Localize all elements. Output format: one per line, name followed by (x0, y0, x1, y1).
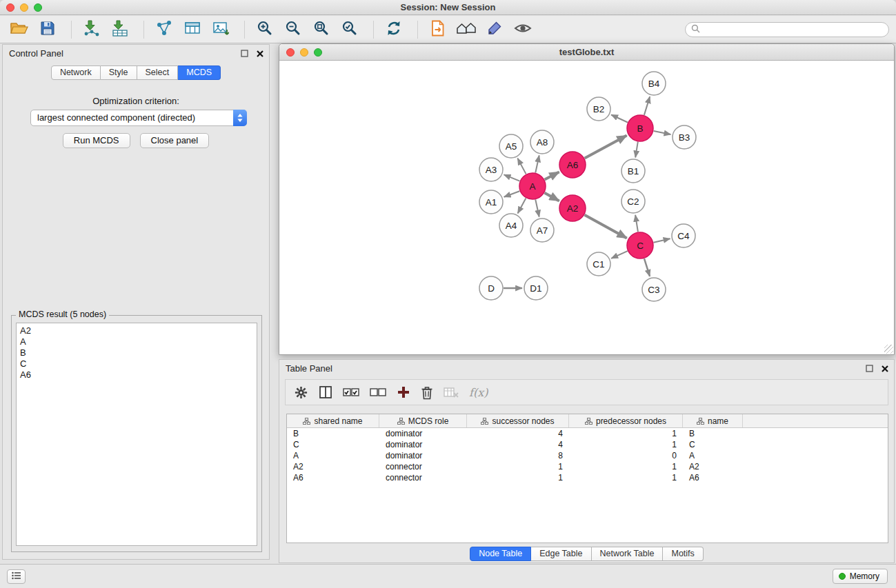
column-header-shared-name[interactable]: shared name (287, 414, 379, 427)
graph-node-A6[interactable]: A6 (559, 152, 586, 178)
zoom-fit-button[interactable] (309, 19, 334, 40)
mcds-result-item[interactable]: C (17, 358, 257, 369)
graph-edge-B-B2[interactable] (611, 115, 628, 123)
graph-edge-A-A8[interactable] (535, 156, 539, 173)
tab-network[interactable]: Network (51, 65, 101, 80)
table-row[interactable]: A2connector11A2 (287, 461, 888, 472)
graph-node-B2[interactable]: B2 (587, 97, 610, 121)
close-window-button[interactable] (6, 3, 14, 12)
network-zoom-button[interactable] (314, 48, 322, 57)
select-all-rows-button[interactable] (343, 387, 359, 398)
network-canvas[interactable]: B4B2BB3A5A8A6B1A3AC2A1A2A4A7C4CC1C3DD1 (279, 61, 894, 354)
graph-node-A2[interactable]: A2 (559, 195, 586, 221)
zoom-in-button[interactable] (252, 19, 277, 40)
export-image-button[interactable] (208, 19, 233, 40)
column-header-name[interactable]: name (683, 414, 743, 427)
graph-node-B4[interactable]: B4 (642, 72, 666, 95)
tab-motifs[interactable]: Motifs (663, 547, 703, 561)
graph-edge-A-A4[interactable] (518, 199, 526, 214)
zoom-selected-button[interactable] (337, 19, 362, 40)
tab-edge-table[interactable]: Edge Table (531, 547, 591, 561)
graph-node-A7[interactable]: A7 (530, 219, 554, 242)
graph-node-C4[interactable]: C4 (672, 224, 695, 247)
graph-edge-A-A1[interactable] (504, 191, 520, 197)
import-table-file-button[interactable] (108, 19, 132, 40)
graph-edge-B-B4[interactable] (644, 97, 650, 115)
run-mcds-button[interactable]: Run MCDS (63, 133, 130, 148)
mcds-result-item[interactable]: A2 (17, 325, 257, 336)
graph-edge-C-C2[interactable] (635, 215, 638, 232)
table-row[interactable]: Cdominator41C (287, 439, 888, 450)
new-table-button[interactable] (180, 19, 205, 40)
close-panel-icon[interactable] (257, 50, 263, 57)
mcds-result-list[interactable]: A2ABCA6 (16, 323, 257, 546)
graph-node-A8[interactable]: A8 (530, 130, 554, 154)
mcds-result-item[interactable]: A (17, 336, 257, 347)
tab-mcds[interactable]: MCDS (178, 65, 221, 80)
resize-grip[interactable] (884, 345, 893, 354)
graph-edge-C-C1[interactable] (611, 251, 628, 258)
import-network-file-button[interactable] (79, 19, 104, 40)
graph-edge-A-A5[interactable] (517, 159, 526, 174)
network-window-titlebar[interactable]: testGlobe.txt (279, 44, 894, 61)
column-visibility-button[interactable] (319, 385, 332, 399)
graph-node-A3[interactable]: A3 (479, 158, 503, 181)
show-hide-graphics-button[interactable] (510, 19, 535, 40)
minimize-window-button[interactable] (20, 3, 28, 12)
graph-edge-A6-B[interactable] (585, 136, 627, 159)
graph-node-D1[interactable]: D1 (524, 276, 548, 300)
graph-node-B[interactable]: B (627, 115, 653, 141)
graph-edge-C-C3[interactable] (644, 258, 650, 276)
float-panel-icon[interactable] (241, 50, 248, 57)
column-header-MCDS-role[interactable]: MCDS role (379, 414, 467, 427)
new-network-button[interactable] (152, 19, 177, 40)
add-row-button[interactable] (397, 385, 410, 399)
graph-edge-A2-C[interactable] (585, 215, 627, 239)
graph-node-C[interactable]: C (627, 232, 653, 258)
tab-select[interactable]: Select (137, 65, 179, 80)
open-document-button[interactable] (426, 19, 450, 40)
graph-node-C3[interactable]: C3 (642, 278, 666, 301)
search-field[interactable] (685, 22, 889, 37)
tab-style[interactable]: Style (101, 65, 137, 80)
table-row[interactable]: Adominator80A (287, 450, 888, 461)
graph-edge-A-A3[interactable] (504, 174, 520, 181)
column-header-successor-nodes[interactable]: successor nodes (467, 414, 569, 427)
graph-node-B3[interactable]: B3 (673, 125, 696, 149)
network-close-button[interactable] (286, 48, 295, 57)
close-panel-button[interactable]: Close panel (140, 133, 210, 148)
network-minimize-button[interactable] (300, 48, 308, 57)
graph-node-C1[interactable]: C1 (587, 252, 610, 276)
graph-node-C2[interactable]: C2 (621, 190, 645, 213)
tab-network-table[interactable]: Network Table (592, 547, 664, 561)
graph-edge-A-A2[interactable] (545, 193, 559, 201)
tab-node-table[interactable]: Node Table (470, 547, 531, 561)
column-header-predecessor-nodes[interactable]: predecessor nodes (569, 414, 683, 427)
zoom-window-button[interactable] (34, 3, 42, 12)
open-file-button[interactable] (7, 19, 32, 40)
graph-edge-A-A7[interactable] (535, 200, 539, 217)
function-builder-button[interactable]: f(x) (469, 386, 488, 399)
save-session-button[interactable] (35, 19, 60, 40)
graph-node-A[interactable]: A (519, 173, 546, 199)
home-button[interactable] (454, 19, 479, 40)
graph-node-A5[interactable]: A5 (499, 134, 523, 158)
graph-edge-B-B3[interactable] (654, 131, 671, 134)
graph-node-D[interactable]: D (479, 276, 503, 300)
close-panel-icon[interactable] (882, 365, 888, 372)
delete-rows-button[interactable] (421, 385, 433, 400)
mcds-result-item[interactable]: A6 (17, 369, 257, 381)
deselect-all-rows-button[interactable] (370, 387, 386, 398)
graph-node-A4[interactable]: A4 (499, 214, 523, 237)
zoom-out-button[interactable] (281, 19, 306, 40)
graph-node-B1[interactable]: B1 (621, 159, 645, 183)
graph-edge-A-A6[interactable] (545, 172, 559, 179)
table-row[interactable]: A6connector11A6 (287, 472, 888, 483)
mcds-result-item[interactable]: B (17, 347, 257, 358)
search-input[interactable] (704, 25, 883, 34)
settings-gear-button[interactable] (294, 385, 308, 400)
graph-node-A1[interactable]: A1 (479, 190, 503, 214)
float-panel-icon[interactable] (866, 365, 873, 372)
delete-table-button[interactable] (444, 386, 459, 398)
graph-edge-C-C4[interactable] (654, 239, 670, 242)
